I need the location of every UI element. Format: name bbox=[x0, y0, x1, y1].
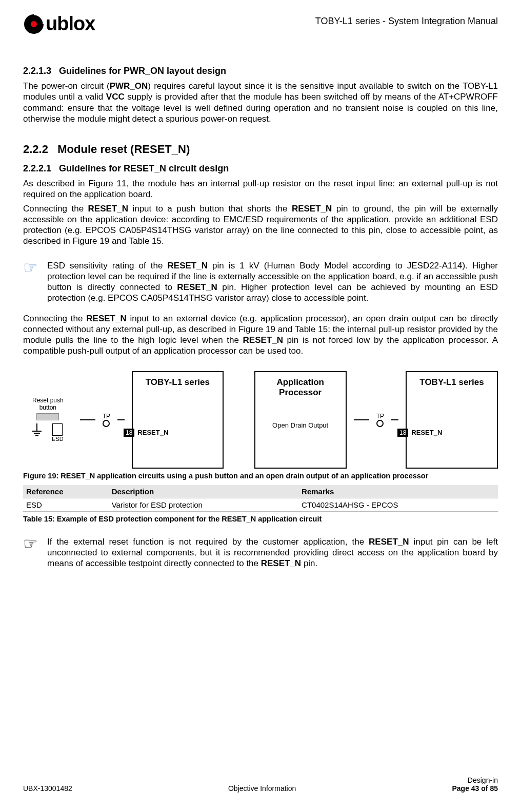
reset-p2: Connecting the RESET_N input to a push b… bbox=[23, 203, 498, 247]
page-footer: UBX-13001482 Objective Information Desig… bbox=[23, 776, 498, 792]
footer-page-number: Page 43 of 85 bbox=[452, 784, 498, 792]
logo-icon bbox=[23, 13, 45, 35]
svg-point-1 bbox=[31, 21, 37, 27]
note-text: If the external reset function is not re… bbox=[47, 536, 498, 569]
app-processor-title: Application Processor bbox=[255, 372, 346, 398]
note-text: ESD sensitivity rating of the RESET_N pi… bbox=[47, 260, 498, 304]
figure-caption: Figure 19: RESET_N application circuits … bbox=[23, 472, 498, 480]
footer-doc-id: UBX-13001482 bbox=[23, 784, 72, 792]
table-header-description: Description bbox=[109, 485, 298, 498]
tp-label: TP bbox=[376, 413, 384, 420]
table-cell: ESD bbox=[23, 498, 109, 511]
footer-center: Objective Information bbox=[228, 784, 296, 792]
table-caption: Table 15: Example of ESD protection comp… bbox=[23, 515, 498, 523]
footer-section: Design-in bbox=[452, 776, 498, 784]
document-title: TOBY-L1 series - System Integration Manu… bbox=[315, 13, 498, 27]
pin-number: 18 bbox=[124, 429, 134, 437]
module-title: TOBY-L1 series bbox=[133, 372, 223, 388]
heading-reset-circuit: 2.2.2.1 Guidelines for RESET_N circuit d… bbox=[23, 163, 498, 174]
esd-label: ESD bbox=[52, 436, 64, 442]
note-esd-sensitivity: ☞ ESD sensitivity rating of the RESET_N … bbox=[23, 260, 498, 304]
reset-p1: As described in Figure 11, the module ha… bbox=[23, 178, 498, 200]
table-header-remarks: Remarks bbox=[298, 485, 498, 498]
brand-logo: ublox bbox=[23, 13, 95, 35]
table-15: Reference Description Remarks ESD Varist… bbox=[23, 485, 498, 512]
table-row: ESD Varistor for ESD protection CT0402S1… bbox=[23, 498, 498, 511]
push-button-icon bbox=[36, 413, 59, 420]
table-cell: Varistor for ESD protection bbox=[109, 498, 298, 511]
module-box-left: TOBY-L1 series 18 RESET_N bbox=[132, 371, 224, 469]
schematic-left: Reset push button ESD TP TOBY-L1 series bbox=[23, 371, 224, 469]
reset-open-drain-paragraph: Connecting the RESET_N input to an exter… bbox=[23, 313, 498, 357]
figure-19: Reset push button ESD TP TOBY-L1 series bbox=[23, 371, 498, 480]
module-box-right: TOBY-L1 series 18 RESET_N bbox=[406, 371, 498, 469]
pin-label: RESET_N bbox=[137, 429, 168, 436]
pointer-icon: ☞ bbox=[23, 259, 38, 304]
tp-label: TP bbox=[103, 413, 110, 420]
reset-button-label: Reset push button bbox=[23, 397, 73, 411]
schematic-right: Application Processor Open Drain Output … bbox=[254, 371, 498, 469]
app-processor-box: Application Processor Open Drain Output bbox=[254, 371, 347, 469]
pin-number: 18 bbox=[397, 429, 408, 437]
module-title: TOBY-L1 series bbox=[407, 372, 497, 388]
brand-text: ublox bbox=[46, 13, 95, 35]
pwr-on-paragraph: The power-on circuit (PWR_ON) requires c… bbox=[23, 81, 498, 124]
testpoint-icon bbox=[103, 420, 110, 427]
pointer-icon: ☞ bbox=[23, 535, 38, 569]
table-cell: CT0402S14AHSG - EPCOS bbox=[298, 498, 498, 511]
note-unconnected: ☞ If the external reset function is not … bbox=[23, 536, 498, 569]
table-header-reference: Reference bbox=[23, 485, 109, 498]
open-drain-label: Open Drain Output bbox=[255, 421, 346, 429]
testpoint-icon bbox=[376, 420, 384, 427]
page-header: ublox TOBY-L1 series - System Integratio… bbox=[23, 13, 498, 35]
heading-module-reset: 2.2.2 Module reset (RESET_N) bbox=[23, 143, 498, 156]
pin-label: RESET_N bbox=[411, 429, 442, 436]
esd-icon bbox=[52, 423, 63, 436]
heading-pwr-on: 2.2.1.3 Guidelines for PWR_ON layout des… bbox=[23, 66, 498, 76]
ground-icon bbox=[32, 423, 42, 443]
